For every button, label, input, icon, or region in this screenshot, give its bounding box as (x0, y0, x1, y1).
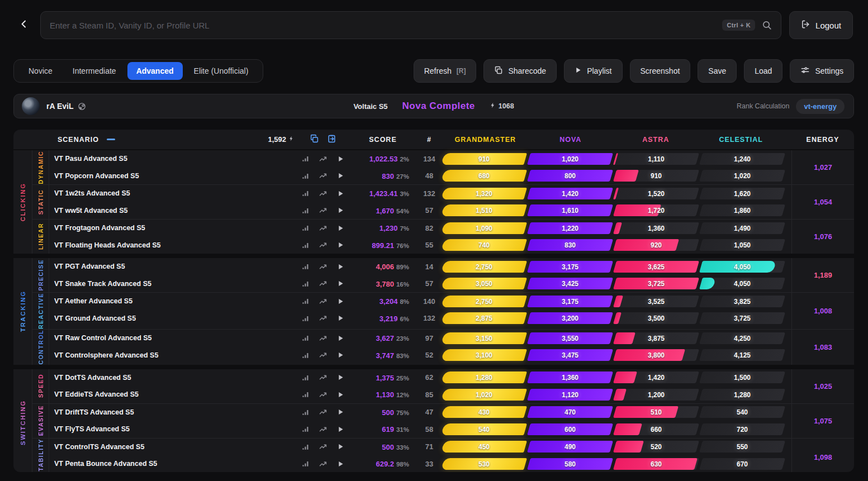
scenario-progress-icon[interactable] (319, 334, 328, 342)
scenario-progress-icon[interactable] (319, 279, 328, 288)
threshold-value: 1,240 (701, 153, 784, 165)
subgroup-label-linear: LINEAR (32, 220, 49, 254)
scenario-stats-icon[interactable] (302, 460, 310, 468)
bar-segment-gm: 1,320 (441, 188, 527, 199)
bar-segment-astra: 3,500 (613, 312, 699, 324)
scenario-stats-icon[interactable] (302, 172, 310, 180)
scenario-play-icon[interactable] (337, 315, 344, 322)
scenario-play-icon[interactable] (337, 263, 344, 270)
scenario-progress-icon[interactable] (319, 425, 328, 434)
steam-icon[interactable] (78, 102, 86, 111)
rank-calc-toggle[interactable]: vt-energy (796, 99, 845, 114)
scenario-name: VT Aether Advanced S5 (49, 297, 296, 305)
scenario-progress-icon[interactable] (319, 390, 328, 399)
row-actions (296, 314, 350, 322)
scenario-progress-icon[interactable] (319, 373, 328, 382)
scenario-stats-icon[interactable] (302, 297, 310, 305)
scenario-progress-icon[interactable] (319, 408, 328, 416)
scenario-progress-icon[interactable] (319, 460, 328, 468)
tab-novice[interactable]: Novice (20, 62, 61, 80)
scenario-name: VT EddieTS Advanced S5 (49, 390, 296, 398)
scenario-stats-icon[interactable] (302, 224, 310, 232)
scenario-stats-icon[interactable] (302, 241, 310, 249)
scenario-stats-icon[interactable] (302, 263, 310, 270)
scenario-progress-icon[interactable] (319, 442, 328, 451)
logout-button[interactable]: Logout (789, 11, 853, 39)
scenario-play-icon[interactable] (337, 426, 344, 433)
scenario-play-icon[interactable] (337, 241, 344, 249)
scenario-stats-icon[interactable] (302, 334, 310, 342)
scenario-play-icon[interactable] (337, 155, 344, 163)
load-button[interactable]: Load (744, 59, 782, 83)
scenario-progress-icon[interactable] (319, 263, 328, 271)
scenario-stats-icon[interactable] (302, 351, 310, 359)
scenario-progress-icon[interactable] (319, 241, 328, 249)
scenario-play-icon[interactable] (337, 190, 344, 197)
scenario-stats-icon[interactable] (302, 443, 310, 451)
threshold-bars: 1,5101,6101,7201,860 (443, 204, 791, 216)
back-button[interactable] (17, 17, 31, 33)
scenario-play-icon[interactable] (337, 374, 344, 381)
scenario-progress-icon[interactable] (319, 172, 328, 180)
score-cell: 50075% (350, 407, 416, 417)
score-value: 1,423.41 (369, 189, 398, 198)
settings-label: Settings (815, 66, 843, 75)
search-input[interactable] (50, 21, 722, 30)
scenario-progress-icon[interactable] (319, 224, 328, 232)
sliders-icon (800, 65, 810, 77)
scenario-progress-icon[interactable] (319, 351, 328, 359)
scenario-play-icon[interactable] (337, 207, 344, 214)
scenario-progress-icon[interactable] (319, 189, 328, 198)
export-scores-icon[interactable] (327, 134, 336, 145)
bar-segment-nova: 1,120 (527, 389, 613, 401)
sharecode-label: Sharecode (508, 66, 546, 75)
page: Ctrl + K Logout NoviceIntermediateAdvanc… (0, 0, 868, 481)
subgroup-label-text: LINEAR (37, 223, 44, 250)
score-value: 4,006 (376, 263, 394, 271)
copy-scores-icon[interactable] (310, 134, 319, 145)
scenario-play-icon[interactable] (337, 391, 344, 398)
scenario-play-icon[interactable] (337, 172, 344, 179)
bar-segment-nova: 470 (527, 406, 613, 418)
playlist-button[interactable]: Playlist (564, 59, 622, 83)
scenario-progress-icon[interactable] (319, 314, 328, 322)
scenario-play-icon[interactable] (337, 351, 344, 359)
save-button[interactable]: Save (698, 59, 737, 83)
screenshot-button[interactable]: Screenshot (630, 59, 691, 83)
sharecode-button[interactable]: Sharecode (483, 59, 557, 83)
scenario-stats-icon[interactable] (302, 280, 310, 288)
tab-advanced[interactable]: Advanced (127, 62, 183, 80)
scenario-stats-icon[interactable] (302, 390, 310, 398)
scenario-stats-icon[interactable] (302, 207, 310, 215)
bar-segment-nova: 3,175 (527, 261, 613, 273)
scenario-play-icon[interactable] (337, 225, 344, 232)
scenario-name: VT Raw Control Advanced S5 (49, 334, 296, 342)
settings-button[interactable]: Settings (790, 59, 854, 83)
threshold-value: 510 (615, 406, 698, 418)
scenario-progress-icon[interactable] (319, 155, 328, 163)
scenario-progress-icon[interactable] (319, 206, 328, 215)
scenario-play-icon[interactable] (337, 298, 344, 305)
collapse-dash-icon[interactable] (107, 139, 115, 140)
scenario-stats-icon[interactable] (302, 315, 310, 322)
refresh-button[interactable]: Refresh[R] (414, 59, 477, 83)
scenario-stats-icon[interactable] (302, 189, 310, 197)
rank-column-header-grandmaster: GRANDMASTER (443, 136, 528, 144)
scenario-progress-icon[interactable] (319, 297, 328, 306)
subgroup-label-text: SPEED (37, 374, 44, 398)
bar-segment-cel: 720 (699, 423, 785, 435)
scenario-play-icon[interactable] (337, 443, 344, 450)
scenario-stats-icon[interactable] (302, 155, 310, 163)
scenario-play-icon[interactable] (337, 335, 344, 342)
scenario-play-icon[interactable] (337, 460, 344, 468)
tab-elite-unofficial-[interactable]: Elite (Unofficial) (185, 62, 258, 80)
tab-intermediate[interactable]: Intermediate (64, 62, 125, 80)
scenario-stats-icon[interactable] (302, 408, 310, 416)
threshold-value: 3,800 (615, 349, 698, 361)
search-icon[interactable] (762, 20, 772, 30)
scenario-play-icon[interactable] (337, 408, 344, 416)
scenario-stats-icon[interactable] (302, 374, 310, 382)
scenario-play-icon[interactable] (337, 280, 344, 287)
scenario-stats-icon[interactable] (302, 425, 310, 433)
bar-segment-astra: 3,875 (613, 332, 699, 344)
